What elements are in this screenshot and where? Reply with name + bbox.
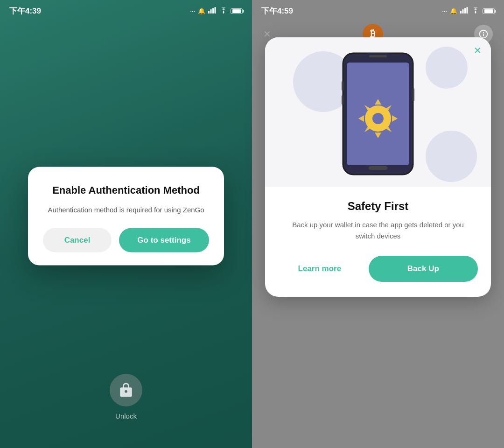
- svg-rect-15: [342, 81, 343, 91]
- safety-dialog: ✕: [265, 37, 491, 297]
- unlock-label: Unlock: [115, 412, 137, 420]
- dialog-body-right: Back up your wallet in case the app gets…: [282, 219, 474, 242]
- svg-point-4: [223, 12, 224, 14]
- dialog-content-right: Safety First Back up your wallet in case…: [265, 187, 491, 242]
- status-bar-right: 下午4:59 ··· 🔔: [252, 0, 504, 20]
- left-screen: 下午4:39 ··· 🔔: [0, 0, 252, 448]
- unlock-section[interactable]: Unlock: [110, 374, 142, 420]
- close-button-right[interactable]: ✕: [474, 45, 482, 56]
- ellipsis-icon-right: ···: [442, 7, 447, 14]
- svg-rect-2: [212, 8, 214, 14]
- time-right: 下午4:59: [261, 6, 293, 16]
- right-screen: 下午4:59 ··· 🔔: [252, 0, 504, 448]
- svg-rect-13: [369, 55, 387, 57]
- bell-icon: 🔔: [198, 7, 205, 14]
- status-icons-right: ··· 🔔: [442, 7, 495, 15]
- svg-point-27: [372, 113, 384, 124]
- dialog-title-left: Enable Authentication Method: [43, 184, 209, 197]
- go-to-settings-button[interactable]: Go to settings: [119, 228, 209, 252]
- lock-circle[interactable]: [110, 374, 142, 406]
- svg-rect-5: [460, 11, 462, 14]
- battery-icon: [231, 8, 243, 14]
- battery-icon-right: [483, 8, 495, 14]
- wifi-icon-right: [471, 7, 480, 15]
- svg-rect-8: [467, 7, 468, 14]
- svg-rect-17: [413, 88, 414, 101]
- learn-more-button[interactable]: Learn more: [278, 256, 361, 282]
- status-icons-left: ··· 🔔: [190, 7, 243, 15]
- lock-icon: [118, 382, 134, 398]
- backup-button[interactable]: Back Up: [369, 256, 478, 282]
- svg-rect-0: [208, 11, 210, 14]
- dialog-body-left: Authentication method is required for us…: [43, 204, 209, 215]
- signal-icon: [208, 7, 217, 15]
- svg-rect-3: [215, 7, 216, 14]
- dialog-action-buttons: Learn more Back Up: [265, 256, 491, 282]
- illustration-area: [265, 37, 491, 187]
- bell-icon-right: 🔔: [450, 7, 457, 14]
- decorative-blob-3: [426, 131, 477, 182]
- ellipsis-icon: ···: [190, 7, 195, 14]
- signal-icon-right: [460, 7, 469, 15]
- svg-rect-6: [462, 9, 464, 14]
- dialog-buttons-left: Cancel Go to settings: [43, 228, 209, 252]
- cancel-button[interactable]: Cancel: [43, 228, 112, 252]
- decorative-blob-2: [426, 47, 468, 89]
- status-bar-left: 下午4:39 ··· 🔔: [0, 0, 252, 20]
- phone-illustration: [334, 49, 422, 179]
- svg-rect-16: [342, 95, 343, 105]
- svg-rect-14: [369, 166, 387, 170]
- svg-rect-7: [464, 8, 466, 14]
- auth-dialog: Enable Authentication Method Authenticat…: [28, 167, 224, 266]
- dialog-title-right: Safety First: [282, 200, 474, 213]
- svg-rect-1: [210, 9, 212, 14]
- wifi-icon: [219, 7, 228, 15]
- time-left: 下午4:39: [9, 6, 41, 16]
- svg-point-9: [475, 12, 476, 14]
